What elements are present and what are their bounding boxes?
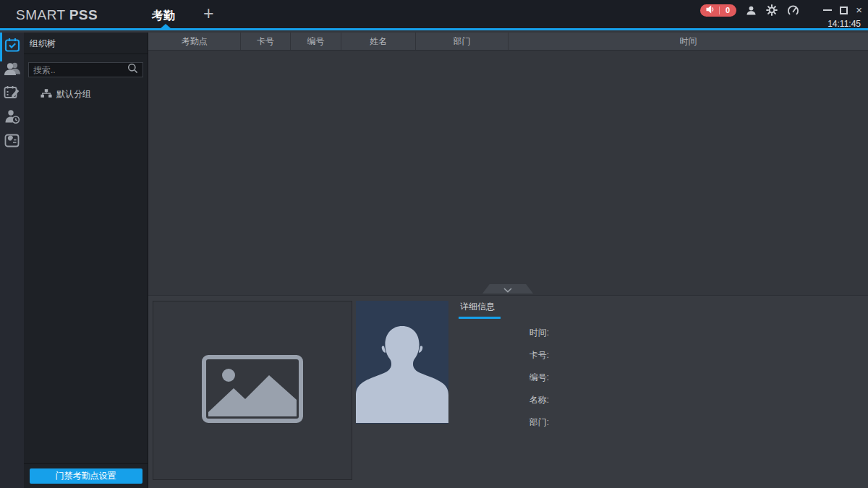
panel-bottom-bar: 门禁考勤点设置 xyxy=(24,463,148,488)
user-icon[interactable] xyxy=(746,5,757,16)
detail-collapse-handle[interactable] xyxy=(482,284,533,294)
rail-item-attendance[interactable] xyxy=(2,38,22,54)
rail-item-report[interactable] xyxy=(2,134,22,150)
gauge-icon[interactable] xyxy=(787,4,799,16)
calendar-check-icon xyxy=(4,38,20,56)
tab-attendance[interactable]: 考勤 xyxy=(152,9,175,24)
col-id: 编号 xyxy=(291,33,341,50)
detail-panel: 详细信息 时间: 卡号: 编号: xyxy=(148,295,868,488)
detail-info: 详细信息 时间: 卡号: 编号: xyxy=(459,299,655,434)
titlebar-controls: 0 xyxy=(700,3,862,17)
detail-fields: 时间: 卡号: 编号: 名称: xyxy=(459,322,655,434)
org-tree-panel: 组织树 默认分组 门禁考勤点设置 xyxy=(24,33,148,488)
field-card-number-label: 卡号: xyxy=(459,349,549,361)
gear-icon[interactable] xyxy=(766,4,778,16)
maximize-icon[interactable] xyxy=(840,7,848,14)
smartpss-window: SMARTPSS 考勤 + 0 xyxy=(0,0,868,488)
field-time: 时间: xyxy=(459,322,655,344)
titlebar: SMARTPSS 考勤 + 0 xyxy=(0,0,868,30)
field-name: 名称: xyxy=(459,389,655,411)
snapshot-placeholder xyxy=(153,301,352,480)
col-card-number: 卡号 xyxy=(241,33,291,50)
rail-item-personnel[interactable] xyxy=(2,62,22,78)
tree-item-label: 默认分组 xyxy=(56,88,91,100)
person-silhouette-icon xyxy=(356,314,448,424)
detail-title-underline xyxy=(459,317,501,319)
app-logo: SMARTPSS xyxy=(16,7,98,23)
person-clock-icon xyxy=(4,109,20,127)
field-department: 部门: xyxy=(459,411,655,434)
close-icon[interactable]: × xyxy=(856,5,862,15)
pill-divider xyxy=(719,7,720,14)
rail-item-shift-config[interactable] xyxy=(2,86,22,102)
rail-item-attendance-handling[interactable] xyxy=(2,110,22,126)
rail-active-indicator xyxy=(0,33,2,61)
magnifier-icon[interactable] xyxy=(127,63,138,77)
speaker-icon xyxy=(706,4,714,17)
minimize-icon[interactable] xyxy=(823,9,832,11)
search-input[interactable] xyxy=(33,65,127,75)
alarm-count: 0 xyxy=(726,4,730,17)
table-header-row: 考勤点 卡号 编号 姓名 部门 时间 xyxy=(148,33,868,51)
tree-item-default-group[interactable]: 默认分组 xyxy=(24,88,148,100)
system-time: 14:11:45 xyxy=(827,19,861,29)
field-id-label: 编号: xyxy=(459,372,549,384)
panel-title: 组织树 xyxy=(24,33,148,54)
report-card-icon xyxy=(4,134,20,150)
logo-smart: SMART xyxy=(16,7,66,22)
portrait-placeholder xyxy=(356,301,448,424)
detail-title: 详细信息 xyxy=(459,299,496,313)
alarm-sound-badge[interactable]: 0 xyxy=(700,4,736,17)
calendar-edit-icon xyxy=(4,85,20,103)
field-time-label: 时间: xyxy=(459,327,549,339)
users-icon xyxy=(4,61,21,79)
col-name: 姓名 xyxy=(341,33,416,50)
search-box[interactable] xyxy=(28,62,143,77)
col-department: 部门 xyxy=(416,33,509,50)
window-controls: × xyxy=(815,5,862,15)
field-name-label: 名称: xyxy=(459,394,549,406)
new-tab-button[interactable]: + xyxy=(203,3,214,24)
main-area: 组织树 默认分组 门禁考勤点设置 xyxy=(0,33,868,488)
col-attendance-point: 考勤点 xyxy=(148,33,241,50)
sitemap-icon xyxy=(41,88,52,100)
chevron-down-icon xyxy=(503,283,512,296)
col-time: 时间 xyxy=(509,33,868,50)
content-area: 考勤点 卡号 编号 姓名 部门 时间 xyxy=(148,33,868,488)
active-tab-indicator xyxy=(160,24,171,29)
image-placeholder-icon xyxy=(202,355,303,426)
field-department-label: 部门: xyxy=(459,416,549,429)
table-body-empty xyxy=(148,51,868,295)
logo-pss: PSS xyxy=(69,7,98,22)
module-rail xyxy=(0,33,24,488)
field-id: 编号: xyxy=(459,367,655,389)
field-card-number: 卡号: xyxy=(459,344,655,367)
access-attendance-point-settings-button[interactable]: 门禁考勤点设置 xyxy=(30,468,142,484)
